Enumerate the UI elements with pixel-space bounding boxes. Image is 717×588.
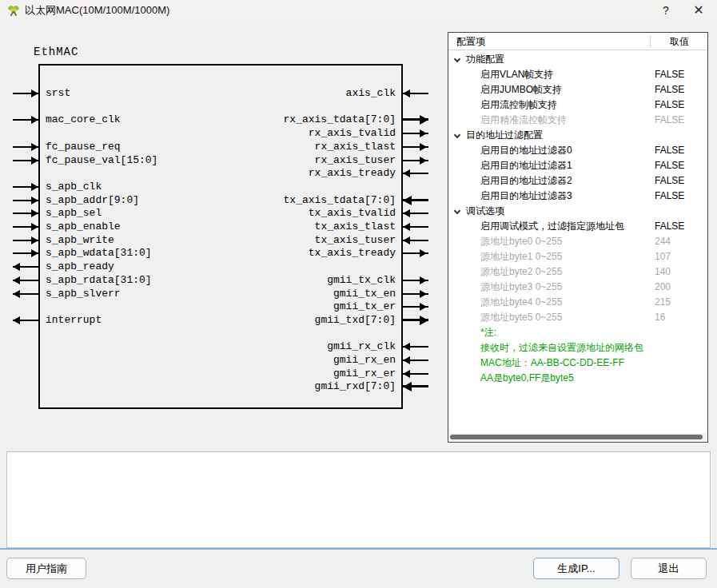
port-label: tx_axis_tready (309, 247, 396, 260)
config-row-value[interactable]: FALSE (655, 67, 684, 82)
config-row-label: 源地址byte5 0~255 (480, 310, 562, 325)
input-arrow-icon (31, 183, 38, 191)
port-rx-axis-tready: rx_axis_tready (0, 167, 448, 180)
port-gmii-rx-er: gmii_rx_er (0, 368, 448, 380)
port-label: gmii_tx_clk (327, 274, 396, 287)
column-divider (650, 35, 651, 47)
config-row-value[interactable]: FALSE (655, 97, 684, 113)
input-arrow-icon (403, 223, 410, 231)
config-item-row[interactable]: 启用目的地址过滤器2FALSE (448, 173, 707, 189)
config-note-row: AA是byte0,FF是byte5 (448, 371, 707, 386)
config-row-label: 源地址byte2 0~255 (480, 264, 562, 280)
output-arrow-icon (420, 143, 427, 151)
port-label: gmii_rx_en (333, 354, 396, 367)
port-gmii-rxd-7-0: gmii_rxd[7:0] (0, 380, 448, 393)
output-arrow-icon (420, 276, 427, 284)
chevron-down-icon[interactable] (454, 56, 460, 62)
port-label: rx_axis_tdata[7:0] (284, 113, 396, 126)
scrollbar-thumb[interactable] (450, 435, 703, 439)
config-item-row[interactable]: 源地址byte3 0~255200 (448, 280, 707, 295)
config-group-row[interactable]: 调试选项 (448, 204, 707, 219)
config-row-value[interactable]: FALSE (655, 173, 684, 189)
user-guide-button[interactable]: 用户指南 (6, 558, 86, 579)
config-item-row[interactable]: 启用JUMBO帧支持FALSE (448, 82, 707, 97)
config-item-row[interactable]: 源地址byte5 0~25516 (448, 310, 707, 325)
config-item-row[interactable]: 启用调试模式，过滤指定源地址包FALSE (448, 219, 707, 234)
output-arrow-icon (420, 249, 427, 257)
config-row-value[interactable]: 244 (655, 234, 671, 249)
config-row-value[interactable]: 200 (655, 280, 671, 295)
port-label: gmii_rx_er (333, 368, 396, 380)
port-gmii-rx-en: gmii_rx_en (0, 354, 448, 367)
config-row-label: 启用流控制帧支持 (480, 97, 557, 113)
port-axis-clk: axis_clk (0, 87, 448, 100)
config-group-row[interactable]: 目的地址过滤配置 (448, 128, 707, 143)
config-item-row[interactable]: 源地址byte1 0~255107 (448, 249, 707, 264)
config-row-label: 启用目的地址过滤器0 (480, 143, 572, 158)
config-item-row[interactable]: 启用目的地址过滤器1FALSE (448, 158, 707, 173)
port-gmii-rx-clk: gmii_rx_clk (0, 340, 448, 353)
port-label: rx_axis_tuser (315, 154, 396, 167)
config-panel: 配置项 取值 功能配置启用VLAN帧支持FALSE启用JUMBO帧支持FALSE… (448, 32, 708, 443)
config-row-value[interactable]: FALSE (655, 143, 684, 158)
app-window: 以太网MAC(10M/100M/1000M) ? ✕ EthMAC srstma… (0, 0, 717, 588)
port-label: gmii_tx_er (333, 300, 396, 313)
config-row-value[interactable]: 16 (655, 310, 665, 325)
config-item-row[interactable]: 源地址byte0 0~255244 (448, 234, 707, 249)
config-item-row[interactable]: 启用目的地址过滤器3FALSE (448, 189, 707, 204)
port-label: s_apb_clk (46, 181, 102, 193)
config-row-value[interactable]: 140 (655, 264, 671, 280)
config-row-value[interactable]: 215 (655, 295, 671, 310)
port-label: gmii_rx_clk (327, 340, 396, 353)
config-row-value[interactable]: FALSE (655, 158, 684, 173)
config-item-row[interactable]: 源地址byte4 0~255215 (448, 295, 707, 310)
output-arrow-icon (420, 115, 428, 125)
port-gmii-tx-er: gmii_tx_er (0, 300, 448, 313)
config-row-value[interactable]: FALSE (655, 113, 684, 128)
config-row-label: 启用VLAN帧支持 (480, 67, 553, 82)
config-item-row[interactable]: 启用流控制帧支持FALSE (448, 97, 707, 113)
config-row-label: 启用目的地址过滤器3 (480, 189, 572, 204)
config-note-row: *注: (448, 325, 707, 340)
config-row-label: 调试选项 (466, 204, 504, 219)
input-arrow-icon (403, 370, 410, 378)
config-row-label: 源地址byte0 0~255 (480, 234, 562, 249)
config-row-value[interactable]: FALSE (655, 82, 684, 97)
exit-button[interactable]: 退出 (631, 558, 707, 579)
port-rx-axis-tdata-7-0: rx_axis_tdata[7:0] (0, 113, 448, 126)
config-item-row[interactable]: 启用VLAN帧支持FALSE (448, 67, 707, 82)
output-arrow-icon (420, 129, 427, 137)
port-label: gmii_tx_en (333, 288, 396, 300)
config-note-row: MAC地址：AA-BB-CC-DD-EE-FF (448, 356, 707, 371)
config-row-label: 功能配置 (466, 52, 504, 67)
config-item-row[interactable]: 源地址byte2 0~255140 (448, 264, 707, 280)
config-group-row[interactable]: 功能配置 (448, 52, 707, 67)
output-arrow-icon (420, 303, 427, 311)
config-row-value[interactable]: FALSE (655, 189, 684, 204)
config-row-label: 目的地址过滤配置 (466, 128, 543, 143)
port-label: tx_axis_tvalid (309, 207, 396, 220)
input-arrow-icon (403, 89, 410, 97)
config-row-label: 源地址byte3 0~255 (480, 280, 562, 295)
horizontal-scrollbar[interactable] (449, 433, 707, 441)
input-arrow-icon (403, 236, 410, 244)
port-label: gmii_rxd[7:0] (315, 380, 396, 393)
config-row-value[interactable]: FALSE (655, 219, 684, 234)
input-arrow-icon (403, 343, 410, 351)
chevron-down-icon[interactable] (454, 208, 460, 214)
config-row-label: *注: (480, 325, 496, 340)
config-note-row: 接收时，过滤来自设置源地址的网络包 (448, 340, 707, 356)
output-arrow-icon (420, 316, 428, 325)
generate-ip-button[interactable]: 生成IP... (533, 558, 619, 579)
port-gmii-tx-en: gmii_tx_en (0, 288, 448, 300)
config-row-label: 源地址byte1 0~255 (480, 249, 562, 264)
config-item-row[interactable]: 启用目的地址过滤器0FALSE (448, 143, 707, 158)
log-area[interactable] (6, 451, 711, 548)
port-label: rx_axis_tready (309, 167, 396, 180)
config-row-value[interactable]: 107 (655, 249, 671, 264)
chevron-down-icon[interactable] (454, 132, 460, 138)
port-tx-axis-tdata-7-0: tx_axis_tdata[7:0] (0, 194, 448, 207)
port-label: rx_axis_tvalid (309, 127, 396, 140)
port-tx-axis-tuser: tx_axis_tuser (0, 234, 448, 247)
config-item-row[interactable]: 启用精准流控帧支持FALSE (448, 113, 707, 128)
